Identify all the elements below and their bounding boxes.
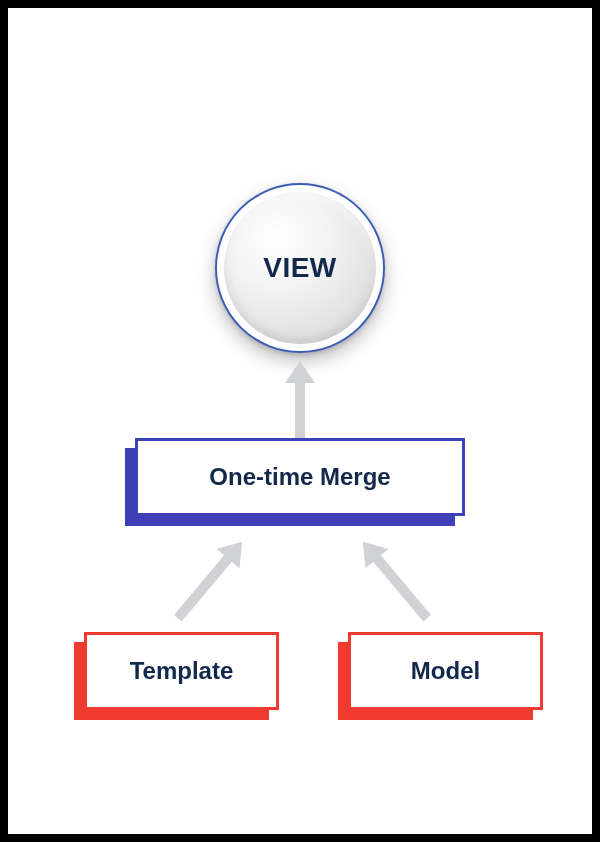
node-merge: One-time Merge — [135, 438, 465, 516]
svg-marker-2 — [351, 532, 438, 628]
template-label: Template — [130, 657, 234, 685]
arrow-merge-to-view-icon — [283, 361, 317, 441]
svg-marker-0 — [285, 361, 315, 441]
node-view: VIEW — [215, 183, 385, 353]
diagram-page: VIEW One-time Merge — [8, 8, 592, 834]
node-template: Template — [84, 632, 279, 710]
merge-box: One-time Merge — [135, 438, 465, 516]
model-label: Model — [411, 657, 480, 685]
template-box: Template — [84, 632, 279, 710]
view-circle-inner: VIEW — [224, 192, 376, 344]
arrow-model-to-merge-icon — [348, 530, 443, 630]
model-box: Model — [348, 632, 543, 710]
diagram-canvas: VIEW One-time Merge — [8, 8, 592, 834]
arrow-template-to-merge-icon — [163, 530, 258, 630]
svg-marker-1 — [166, 532, 253, 628]
node-model: Model — [348, 632, 543, 710]
view-label: VIEW — [263, 252, 337, 284]
merge-label: One-time Merge — [209, 463, 390, 491]
